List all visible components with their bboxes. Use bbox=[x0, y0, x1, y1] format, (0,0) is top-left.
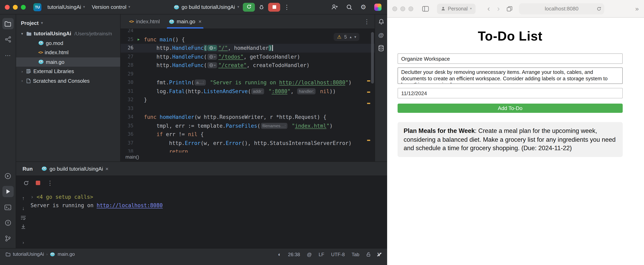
close-tab-icon[interactable]: × bbox=[198, 18, 202, 24]
code-line[interactable]: 28 http.HandleFunc(▾"/create", createTod… bbox=[120, 61, 375, 70]
code-line[interactable]: 26 http.HandleFunc(▾"/", homeHandler) bbox=[120, 44, 375, 52]
address-bar[interactable]: localhost:8080 bbox=[519, 3, 604, 14]
minimize-window-button[interactable] bbox=[400, 6, 405, 11]
project-switcher[interactable]: tutorialUsingAi ▾ bbox=[46, 3, 87, 11]
git-branch-icon[interactable] bbox=[2, 233, 14, 244]
run-tool-button[interactable] bbox=[2, 186, 14, 197]
tree-item-scratches[interactable]: › Scratches and Consoles bbox=[16, 76, 120, 85]
code-line[interactable]: 30 fmt.Println(a…: "Server is running on… bbox=[120, 78, 375, 87]
sidebar-toggle-icon[interactable] bbox=[422, 6, 429, 11]
status-file-name[interactable]: main.go bbox=[58, 251, 75, 257]
code-line[interactable]: 31 log.Fatal(http.ListenAndServe(addr: "… bbox=[120, 87, 375, 96]
terminal-tool-button[interactable] bbox=[2, 202, 14, 213]
refresh-icon[interactable] bbox=[596, 6, 602, 11]
project-panel-header[interactable]: Project ▾ bbox=[16, 17, 120, 29]
soft-wrap-icon[interactable] bbox=[20, 215, 26, 220]
file-encoding[interactable]: UTF-8 bbox=[331, 252, 345, 257]
tree-item-indexhtml[interactable]: <> index.html bbox=[16, 48, 120, 57]
console-output[interactable]: ›<4 go setup calls>Server is running on … bbox=[30, 190, 387, 248]
indent-style[interactable]: Tab bbox=[352, 252, 360, 257]
line-separator[interactable]: LF bbox=[318, 252, 324, 257]
code-line[interactable]: 38 return bbox=[120, 147, 375, 153]
code-line[interactable]: 34func homeHandler(w http.ResponseWriter… bbox=[120, 113, 375, 121]
status-project-name[interactable]: tutorialUsingAi bbox=[13, 251, 44, 257]
unlocked-icon[interactable] bbox=[366, 252, 371, 257]
breadcrumb-function[interactable]: main() bbox=[126, 154, 139, 160]
database-icon[interactable] bbox=[378, 45, 384, 51]
rerun-icon[interactable] bbox=[23, 180, 29, 186]
tab-options-icon[interactable]: ⋮ bbox=[364, 18, 375, 24]
forward-button[interactable]: › bbox=[495, 5, 502, 12]
parameter-hint[interactable]: handler: bbox=[297, 88, 316, 94]
cursor-position[interactable]: 26:38 bbox=[288, 252, 300, 257]
search-icon[interactable] bbox=[346, 4, 352, 10]
code-line[interactable]: 35 tmpl, err := template.ParseFiles(file… bbox=[120, 121, 375, 130]
minimize-window-button[interactable] bbox=[13, 4, 18, 9]
at-icon[interactable]: @ bbox=[307, 252, 312, 257]
zoom-window-button[interactable] bbox=[21, 4, 26, 9]
code-line[interactable]: 27 http.HandleFunc(▾"/todos", getTodosHa… bbox=[120, 52, 375, 61]
breadcrumbs[interactable]: main() bbox=[120, 153, 375, 161]
services-tool-button[interactable] bbox=[2, 170, 14, 182]
code-line[interactable]: 37 http.Error(w, err.Error(), http.Statu… bbox=[120, 139, 375, 147]
more-actions-icon[interactable]: ⋮ bbox=[284, 4, 290, 10]
stop-process-icon[interactable] bbox=[36, 181, 40, 185]
warning-stripe-mark[interactable] bbox=[367, 140, 370, 141]
tab-group-selector[interactable]: Personal ▾ bbox=[437, 3, 476, 14]
stop-button[interactable] bbox=[268, 2, 280, 11]
run-tab[interactable]: go build tutorialUsingAi × bbox=[42, 166, 108, 172]
code-line[interactable]: 36 if err != nil { bbox=[120, 130, 375, 139]
run-gutter-icon[interactable]: ▶ bbox=[138, 35, 140, 44]
close-tab-icon[interactable]: × bbox=[106, 166, 108, 172]
toolbar-overflow-icon[interactable]: » bbox=[635, 5, 639, 12]
task-description-textarea[interactable]: Declutter your desk by removing unnecess… bbox=[398, 67, 623, 84]
notifications-bell-icon[interactable] bbox=[378, 18, 384, 25]
settings-gear-icon[interactable]: ⚙ bbox=[360, 4, 366, 10]
endpoint-globe-icon[interactable]: ▾ bbox=[207, 62, 217, 68]
tree-item-external-libraries[interactable]: › External Libraries bbox=[16, 67, 120, 76]
parameter-hint[interactable]: filenames…: bbox=[261, 123, 288, 129]
editor-scrollbar[interactable] bbox=[371, 32, 374, 83]
theme-contrast-icon[interactable]: ◐ bbox=[278, 251, 281, 257]
close-window-button[interactable] bbox=[392, 6, 397, 11]
tab-index-html[interactable]: <> index.html bbox=[124, 14, 164, 28]
next-problem-icon[interactable]: ▾ bbox=[354, 35, 356, 39]
ideavim-icon[interactable]: V bbox=[378, 252, 381, 257]
parameter-hint[interactable]: addr: bbox=[251, 88, 264, 94]
tree-root-row[interactable]: ▾ tutorialUsingAi /Users/jetbrains/n bbox=[16, 29, 120, 38]
scroll-to-end-icon[interactable] bbox=[21, 224, 26, 229]
debug-icon[interactable] bbox=[258, 4, 264, 10]
ai-assistant-icon[interactable] bbox=[374, 3, 382, 11]
back-button[interactable]: ‹ bbox=[486, 5, 492, 12]
structure-tool-button[interactable] bbox=[2, 34, 14, 45]
tree-item-gomod[interactable]: go.mod bbox=[16, 38, 120, 48]
task-title-input[interactable] bbox=[398, 53, 623, 64]
console-options-icon[interactable]: ⋮ bbox=[47, 180, 53, 186]
page-overview-icon[interactable] bbox=[506, 6, 512, 11]
due-date-input[interactable] bbox=[398, 88, 623, 98]
parameter-hint[interactable]: a…: bbox=[195, 79, 206, 85]
add-todo-button[interactable]: Add To-Do bbox=[398, 104, 623, 113]
endpoint-globe-icon[interactable]: ▾ bbox=[207, 54, 217, 60]
warning-stripe-mark[interactable] bbox=[367, 103, 370, 104]
previous-problem-icon[interactable]: ▴ bbox=[350, 35, 352, 39]
up-stack-icon[interactable]: ↑ bbox=[22, 195, 25, 201]
problems-tool-button[interactable] bbox=[2, 217, 14, 229]
warning-stripe-mark[interactable] bbox=[367, 80, 370, 81]
project-tool-button[interactable] bbox=[2, 18, 14, 29]
warning-stripe-mark[interactable] bbox=[367, 92, 370, 93]
run-config-selector[interactable]: go build tutorialUsingAi ▾ bbox=[174, 4, 239, 10]
ai-mentions-icon[interactable]: @ bbox=[378, 32, 384, 38]
expand-gutter-icon[interactable]: › bbox=[22, 240, 24, 245]
close-window-button[interactable] bbox=[5, 4, 10, 9]
rerun-button[interactable] bbox=[243, 2, 255, 11]
code-editor[interactable]: 2425▶func main() {26 http.HandleFunc(▾"/… bbox=[120, 29, 375, 153]
more-tool-windows-icon[interactable]: ⋯ bbox=[2, 49, 14, 61]
endpoint-globe-icon[interactable]: ▾ bbox=[207, 45, 217, 51]
code-line[interactable]: 29 bbox=[120, 70, 375, 78]
tree-item-maingo[interactable]: main.go bbox=[16, 57, 120, 67]
tab-main-go[interactable]: main.go × bbox=[164, 14, 206, 28]
code-line[interactable]: 33 bbox=[120, 104, 375, 113]
down-stack-icon[interactable]: ↓ bbox=[22, 205, 25, 211]
code-line[interactable]: 32} bbox=[120, 96, 375, 104]
